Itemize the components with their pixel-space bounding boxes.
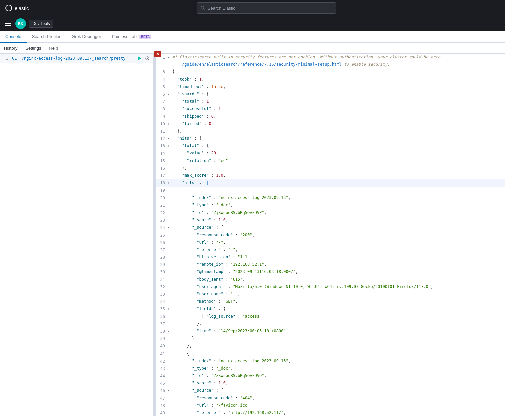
line-number: 28 bbox=[156, 254, 168, 261]
play-icon bbox=[137, 56, 142, 61]
collapse-toggle[interactable]: ▾ bbox=[168, 224, 172, 231]
editor-input-row: 1 bbox=[0, 54, 153, 63]
collapse-toggle[interactable]: ▾ bbox=[168, 387, 172, 394]
collapse-toggle bbox=[168, 269, 172, 275]
collapse-toggle[interactable]: ▾ bbox=[168, 306, 172, 312]
line-number: 49 bbox=[156, 410, 168, 416]
line-number: 5 bbox=[156, 84, 168, 90]
output-content: "http_version" : "1.1", bbox=[172, 254, 505, 261]
collapse-toggle bbox=[168, 158, 172, 164]
collapse-toggle bbox=[168, 98, 172, 105]
line-number bbox=[156, 61, 168, 68]
collapse-toggle bbox=[168, 217, 172, 224]
editor-line-number: 1 bbox=[0, 56, 11, 61]
wrench-button[interactable] bbox=[144, 55, 151, 62]
output-line: 19 { bbox=[156, 187, 505, 194]
line-number: 21 bbox=[156, 202, 168, 209]
line-number: 11 bbox=[156, 128, 168, 135]
output-content: "hits" : [| bbox=[172, 180, 505, 186]
output-line: 3 { bbox=[156, 68, 505, 76]
output-line: 13 ▾ "total" : { bbox=[156, 142, 505, 150]
output-content: "user_name" : "-", bbox=[172, 291, 505, 298]
editor-query-input[interactable] bbox=[11, 55, 136, 61]
collapse-toggle[interactable]: ▸ bbox=[168, 54, 172, 61]
output-line: 23 "_score" : 1.0, bbox=[156, 217, 505, 224]
output-line: 38 ▾ "time" : "14/Sep/2023:00:03:18 +080… bbox=[156, 328, 505, 335]
output-content: "response_code" : "404", bbox=[172, 395, 505, 402]
output-line: 9 "skipped" : 0, bbox=[156, 113, 505, 120]
settings-link[interactable]: Settings bbox=[24, 45, 42, 51]
output-line: 24 ▾ "_source" : { bbox=[156, 224, 505, 231]
line-number: 45 bbox=[156, 380, 168, 387]
tab-console[interactable]: Console bbox=[0, 31, 27, 43]
line-number: 41 bbox=[156, 351, 168, 357]
tab-grok-debugger[interactable]: Grok Debugger bbox=[66, 31, 107, 43]
main-content: 1 ⋮⋮ bbox=[0, 54, 505, 416]
help-link[interactable]: Help bbox=[48, 45, 59, 51]
output-content: }, bbox=[172, 165, 505, 172]
line-number: 19 bbox=[156, 187, 168, 194]
user-avatar-button[interactable]: BK bbox=[15, 18, 26, 29]
search-placeholder: Search Elastic bbox=[208, 6, 235, 11]
collapse-toggle: ▾ bbox=[168, 328, 172, 335]
output-content: "_score" : 1.0, bbox=[172, 217, 505, 224]
history-link[interactable]: History bbox=[3, 45, 19, 51]
output-content: "method" : "GET", bbox=[172, 298, 505, 305]
collapse-toggle bbox=[168, 321, 172, 327]
dev-tools-button[interactable]: Dev Tools bbox=[29, 20, 53, 28]
output-line: 39 } bbox=[156, 335, 505, 342]
collapse-toggle bbox=[168, 195, 172, 201]
output-panel[interactable]: 1 ▸ #! Elasticsearch built-in security f… bbox=[156, 54, 505, 416]
elastic-logo[interactable]: elastic bbox=[5, 5, 29, 11]
collapse-toggle[interactable]: ▾ bbox=[168, 180, 172, 186]
global-search-bar[interactable]: Search Elastic bbox=[197, 2, 336, 14]
output-content: "_type" : "_doc", bbox=[172, 202, 505, 209]
collapse-toggle bbox=[168, 247, 172, 253]
collapse-toggle bbox=[168, 232, 172, 239]
line-number: 6 bbox=[156, 91, 168, 98]
output-content: { bbox=[172, 68, 505, 75]
output-line: 12 ▾ "hits" : { bbox=[156, 135, 505, 142]
line-number: 48 bbox=[156, 402, 168, 409]
output-content: } bbox=[172, 335, 505, 342]
output-line: 11 }, bbox=[156, 128, 505, 135]
collapse-toggle[interactable]: ▾ bbox=[168, 143, 172, 149]
line-number: 39 bbox=[156, 335, 168, 342]
output-line: 35 ▾ "fields" : { bbox=[156, 305, 505, 313]
output-line: 47 "response_code" : "404", bbox=[156, 395, 505, 402]
tab-search-profiler[interactable]: Search Profiler bbox=[27, 31, 66, 43]
hamburger-menu-button[interactable] bbox=[4, 20, 13, 27]
output-line: 26 "url" : "/", bbox=[156, 239, 505, 246]
svg-point-7 bbox=[147, 58, 148, 59]
output-content: }, bbox=[172, 128, 505, 135]
wrench-icon bbox=[145, 56, 150, 61]
output-line: 46 ▾ "_source" : { bbox=[156, 387, 505, 394]
output-line: 25 "response_code" : "200", bbox=[156, 232, 505, 239]
output-area: 1 ▸ #! Elasticsearch built-in security f… bbox=[156, 54, 505, 416]
output-content: }, bbox=[172, 321, 505, 327]
collapse-toggle bbox=[168, 335, 172, 342]
tab-painless-lab[interactable]: Painless Lab BETA bbox=[107, 31, 157, 43]
collapse-toggle[interactable]: ▾ bbox=[168, 135, 172, 142]
output-content: "total" : 1, bbox=[172, 98, 505, 105]
search-bar-wrapper: Search Elastic bbox=[33, 2, 500, 14]
line-number: 22 bbox=[156, 209, 168, 216]
collapse-toggle bbox=[168, 209, 172, 216]
output-content: "total" : { bbox=[172, 143, 505, 149]
collapse-toggle[interactable]: ▾ bbox=[168, 91, 172, 98]
output-content: "_id" : "ZzKWnooBSvbRq5OvkDVQ", bbox=[172, 373, 505, 379]
output-line: 8 "successful" : 1, bbox=[156, 105, 505, 113]
run-query-button[interactable] bbox=[136, 55, 143, 62]
collapse-toggle bbox=[168, 187, 172, 194]
svg-marker-5 bbox=[138, 56, 141, 60]
line-number: 40 bbox=[156, 343, 168, 349]
editor-panel: 1 bbox=[0, 54, 154, 416]
collapse-toggle: ▾ bbox=[168, 121, 172, 127]
line-number: 37 bbox=[156, 321, 168, 327]
line-number: 32 bbox=[156, 284, 168, 290]
collapse-toggle bbox=[168, 202, 172, 209]
output-line: 10 ▾ "failed" : 0 bbox=[156, 120, 505, 128]
output-line: 42 "_index" : "nginx-access-log-2023.09.… bbox=[156, 358, 505, 365]
output-content: /guide/en/elasticsearch/reference/7.16/s… bbox=[172, 61, 505, 68]
close-error-button[interactable]: ✕ bbox=[154, 51, 161, 57]
